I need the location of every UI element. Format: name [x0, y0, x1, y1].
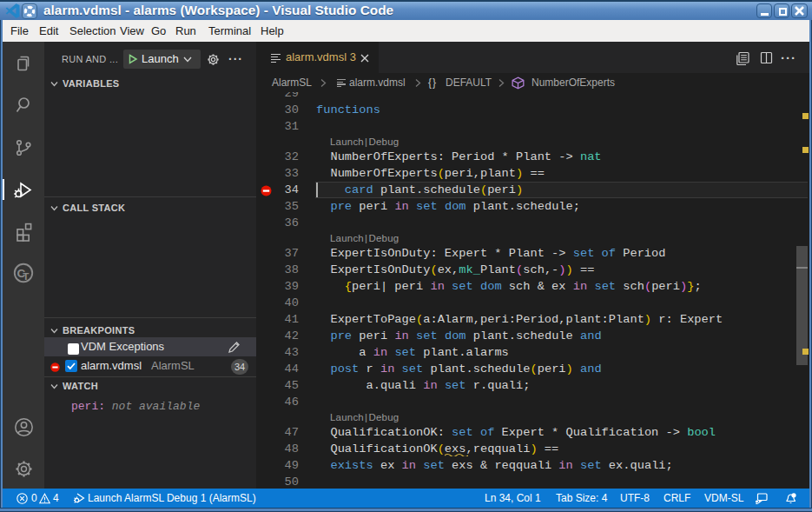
svg-text:T: T: [23, 271, 29, 282]
